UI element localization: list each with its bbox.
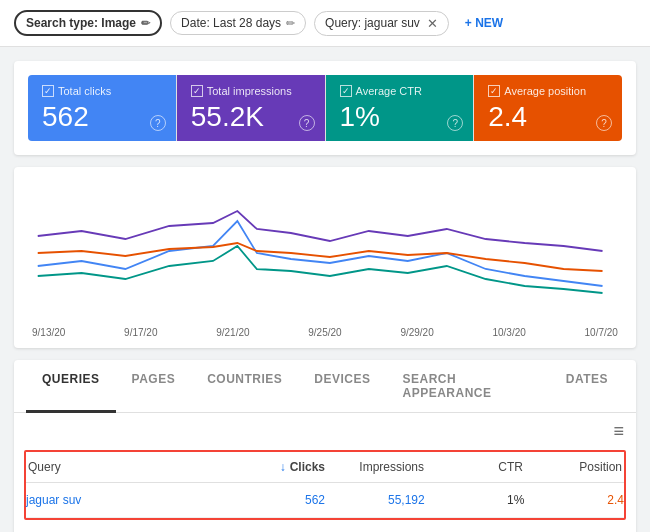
edit-icon: ✏ <box>141 17 150 30</box>
metric-impressions: ✓ Total impressions 55.2K ? <box>177 75 326 141</box>
row-impressions: 55,192 <box>325 493 425 507</box>
new-filter-button[interactable]: + NEW <box>457 12 511 34</box>
edit-icon: ✏ <box>286 17 295 30</box>
table-row: jaguar suv 562 55,192 1% 2.4 <box>26 483 624 518</box>
ctr-help-icon[interactable]: ? <box>447 115 463 131</box>
row-clicks: 562 <box>225 493 325 507</box>
row-ctr: 1% <box>425 493 525 507</box>
filter-icon-row: ≡ <box>26 413 624 450</box>
query-label: Query: jaguar suv <box>325 16 420 30</box>
clicks-checkbox[interactable]: ✓ <box>42 85 54 97</box>
search-type-filter[interactable]: Search type: Image ✏ <box>14 10 162 36</box>
metric-ctr-value: 1% <box>340 103 460 131</box>
tab-dates[interactable]: DATES <box>550 360 624 412</box>
chart-svg <box>28 181 622 321</box>
metric-position: ✓ Average position 2.4 ? <box>474 75 622 141</box>
chart-date-3: 9/25/20 <box>308 327 341 338</box>
metric-impressions-value: 55.2K <box>191 103 311 131</box>
tabs-nav: QUERIES PAGES COUNTRIES DEVICES SEARCH A… <box>14 360 636 413</box>
chart-date-6: 10/7/20 <box>585 327 618 338</box>
col-ctr-header[interactable]: CTR <box>424 460 523 474</box>
metric-clicks-label: ✓ Total clicks <box>42 85 162 97</box>
tab-devices[interactable]: DEVICES <box>298 360 386 412</box>
date-range-label: Date: Last 28 days <box>181 16 281 30</box>
col-query-header: Query <box>28 460 226 474</box>
metric-ctr-label: ✓ Average CTR <box>340 85 460 97</box>
main-content: ✓ Total clicks 562 ? ✓ Total impressions… <box>0 47 650 532</box>
impressions-help-icon[interactable]: ? <box>299 115 315 131</box>
filter-bar: Search type: Image ✏ Date: Last 28 days … <box>0 0 650 47</box>
metric-clicks: ✓ Total clicks 562 ? <box>28 75 177 141</box>
ctr-checkbox[interactable]: ✓ <box>340 85 352 97</box>
metric-ctr: ✓ Average CTR 1% ? <box>326 75 475 141</box>
chart-dates: 9/13/20 9/17/20 9/21/20 9/25/20 9/29/20 … <box>28 327 622 338</box>
chart-card: 9/13/20 9/17/20 9/21/20 9/25/20 9/29/20 … <box>14 167 636 348</box>
metric-position-value: 2.4 <box>488 103 608 131</box>
new-button-label: + NEW <box>465 16 503 30</box>
col-clicks-header[interactable]: ↓ Clicks <box>226 460 325 474</box>
metric-position-label: ✓ Average position <box>488 85 608 97</box>
table-header: Query ↓ Clicks Impressions CTR Position <box>26 452 624 483</box>
col-impressions-header[interactable]: Impressions <box>325 460 424 474</box>
tab-queries[interactable]: QUERIES <box>26 360 116 412</box>
tab-pages[interactable]: PAGES <box>116 360 192 412</box>
date-range-filter[interactable]: Date: Last 28 days ✏ <box>170 11 306 35</box>
table-container: ≡ Query ↓ Clicks Impressions CTR Positio… <box>14 413 636 532</box>
filter-icon[interactable]: ≡ <box>613 421 624 442</box>
position-checkbox[interactable]: ✓ <box>488 85 500 97</box>
chart-area <box>28 181 622 321</box>
search-type-label: Search type: Image <box>26 16 136 30</box>
metrics-card: ✓ Total clicks 562 ? ✓ Total impressions… <box>14 61 636 155</box>
chart-date-5: 10/3/20 <box>492 327 525 338</box>
pagination-row: Rows per page: 10 ▾ 1-1 of 1 ‹ › <box>26 520 624 532</box>
chart-date-4: 9/29/20 <box>400 327 433 338</box>
chart-date-1: 9/17/20 <box>124 327 157 338</box>
chart-date-0: 9/13/20 <box>32 327 65 338</box>
query-filter[interactable]: Query: jaguar suv ✕ <box>314 11 449 36</box>
row-query[interactable]: jaguar suv <box>26 493 225 507</box>
metrics-row: ✓ Total clicks 562 ? ✓ Total impressions… <box>28 75 622 141</box>
tabs-card: QUERIES PAGES COUNTRIES DEVICES SEARCH A… <box>14 360 636 532</box>
tab-search-appearance[interactable]: SEARCH APPEARANCE <box>387 360 550 412</box>
tab-countries[interactable]: COUNTRIES <box>191 360 298 412</box>
col-position-header[interactable]: Position <box>523 460 622 474</box>
clicks-help-icon[interactable]: ? <box>150 115 166 131</box>
sort-arrow-icon: ↓ <box>280 460 286 474</box>
row-position: 2.4 <box>524 493 624 507</box>
position-help-icon[interactable]: ? <box>596 115 612 131</box>
table-header-highlight: Query ↓ Clicks Impressions CTR Position … <box>24 450 626 520</box>
close-icon: ✕ <box>427 16 438 31</box>
metric-impressions-label: ✓ Total impressions <box>191 85 311 97</box>
metric-clicks-value: 562 <box>42 103 162 131</box>
chart-date-2: 9/21/20 <box>216 327 249 338</box>
impressions-checkbox[interactable]: ✓ <box>191 85 203 97</box>
